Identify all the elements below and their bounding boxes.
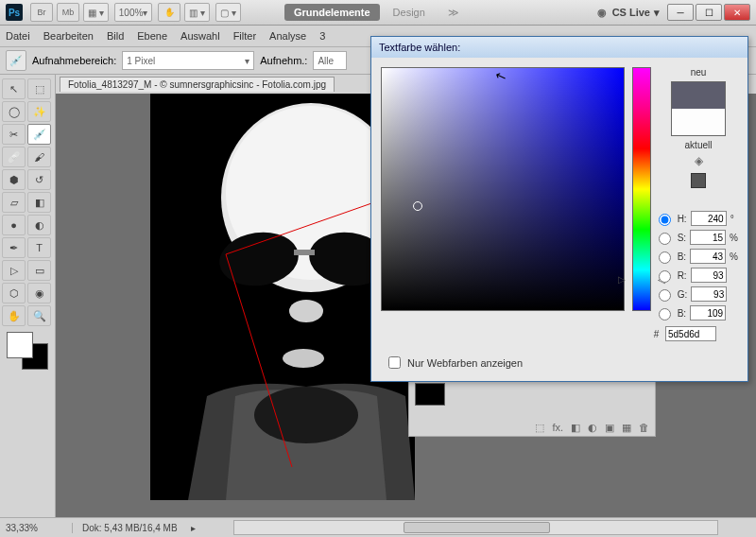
bridge-icon[interactable]: Br	[30, 3, 53, 22]
mask-icon[interactable]: ◧	[571, 422, 580, 434]
hex-input[interactable]	[665, 326, 716, 341]
workspace-design[interactable]: Design	[384, 4, 435, 21]
b2-input[interactable]	[690, 305, 726, 320]
minibridge-icon[interactable]: Mb	[57, 3, 79, 22]
status-bar: 33,33% Dok: 5,43 MB/16,4 MB ▸	[0, 517, 756, 537]
color-preview[interactable]	[671, 81, 726, 136]
eraser-tool[interactable]: ▱	[2, 192, 26, 213]
s-input[interactable]	[690, 230, 726, 245]
stamp-tool[interactable]: ⬢	[2, 169, 26, 190]
web-colors-label: Nur Webfarben anzeigen	[407, 357, 523, 369]
menu-bearbeiten[interactable]: Bearbeiten	[43, 30, 94, 42]
b-radio[interactable]	[659, 251, 671, 264]
crop-tool[interactable]: ✂	[2, 124, 26, 145]
wand-tool[interactable]: ✨	[27, 101, 51, 122]
svg-rect-5	[294, 250, 315, 255]
history-brush-tool[interactable]: ↺	[27, 169, 51, 190]
b2-radio[interactable]	[659, 308, 671, 320]
foreground-swatch[interactable]	[7, 332, 33, 358]
new-label: neu	[659, 67, 738, 78]
3d-tool[interactable]: ⬡	[2, 283, 26, 303]
h-radio[interactable]	[659, 214, 671, 226]
doc-size-status: Dok: 5,43 MB/16,4 MB	[73, 523, 187, 533]
eyedropper-tool[interactable]: 💉	[27, 124, 51, 145]
trash-icon[interactable]: 🗑	[639, 422, 649, 434]
h-input[interactable]	[691, 211, 727, 226]
zoom-status[interactable]: 33,33%	[0, 523, 73, 533]
link-icon[interactable]: ⬚	[535, 422, 544, 434]
lasso-tool[interactable]: ◯	[2, 101, 26, 122]
web-colors-checkbox[interactable]	[388, 356, 401, 369]
menu-analyse[interactable]: Analyse	[269, 30, 306, 42]
cs-live-button[interactable]: CS Live ▾	[597, 7, 660, 19]
menu-3d[interactable]: 3	[319, 30, 325, 42]
menu-filter[interactable]: Filter	[233, 30, 256, 42]
workspace-grundelemente[interactable]: Grundelemente	[284, 4, 380, 21]
g-input[interactable]	[691, 286, 727, 302]
new-layer-icon[interactable]: ▦	[622, 422, 631, 434]
adjustment-icon[interactable]: ◐	[588, 422, 597, 434]
saturation-value-box[interactable]	[381, 67, 625, 311]
b-input[interactable]	[690, 249, 726, 264]
r-input[interactable]	[691, 268, 727, 283]
sample-size-label: Aufnahmebereich:	[32, 55, 116, 66]
menu-datei[interactable]: Datei	[6, 30, 30, 42]
zoom-select[interactable]: 100% ▾	[114, 3, 153, 22]
camera-tool[interactable]: ◉	[27, 283, 51, 303]
window-minimize[interactable]: ─	[667, 4, 694, 21]
photoshop-icon: Ps	[6, 4, 23, 21]
sample-label: Aufnehm.:	[260, 55, 307, 66]
app-titlebar: Ps Br Mb ▦ ▾ 100% ▾ ✋ ▥ ▾ ▢ ▾ Grundeleme…	[0, 0, 756, 26]
move-tool[interactable]: ↖	[2, 78, 26, 99]
folder-icon[interactable]: ▣	[605, 422, 614, 434]
color-inputs: H: ° S: % B: % R: G: B: #	[654, 207, 738, 345]
current-label: aktuell	[659, 140, 738, 150]
sv-cursor[interactable]	[413, 201, 422, 211]
menu-ebene[interactable]: Ebene	[137, 30, 167, 42]
s-radio[interactable]	[659, 233, 671, 245]
view-select[interactable]: ▦ ▾	[83, 3, 109, 22]
brush-tool[interactable]: 🖌	[27, 147, 51, 167]
svg-point-6	[289, 300, 323, 322]
window-maximize[interactable]: ☐	[696, 4, 722, 21]
warning-swatch[interactable]	[691, 173, 706, 188]
sample-size-select[interactable]: 1 Pixel▾	[122, 51, 254, 70]
arrange-select[interactable]: ▥ ▾	[184, 3, 210, 22]
layers-panel: ⬚ fx. ◧ ◐ ▣ ▦ 🗑	[408, 378, 656, 437]
r-radio[interactable]	[659, 270, 671, 283]
color-picker-title[interactable]: Textfarbe wählen:	[371, 37, 747, 58]
new-color	[672, 82, 725, 109]
layer-thumb[interactable]	[415, 383, 445, 406]
path-tool[interactable]: ▷	[2, 260, 26, 281]
zoom-tool[interactable]: 🔍	[27, 305, 51, 326]
hue-slider[interactable]	[632, 67, 651, 311]
fx-icon[interactable]: fx.	[552, 422, 563, 434]
current-color	[672, 109, 725, 135]
color-picker-dialog: Textfarbe wählen: neu aktuell ◈ H: ° S: …	[370, 36, 748, 382]
hand-icon[interactable]: ✋	[158, 3, 180, 22]
pen-tool[interactable]: ✒	[2, 237, 26, 258]
blur-tool[interactable]: ●	[2, 215, 26, 235]
marquee-tool[interactable]: ⬚	[27, 78, 51, 99]
dodge-tool[interactable]: ◐	[27, 215, 51, 235]
color-swatches[interactable]	[7, 332, 48, 370]
tool-palette: ↖⬚ ◯✨ ✂💉 🩹🖌 ⬢↺ ▱◧ ●◐ ✒T ▷▭ ⬡◉ ✋🔍	[0, 75, 56, 521]
document-tab[interactable]: Fotolia_4813297_M - © sumnersgraphicsinc…	[60, 77, 335, 92]
menu-bild[interactable]: Bild	[107, 30, 124, 42]
menu-auswahl[interactable]: Auswahl	[180, 30, 220, 42]
sample-select[interactable]: Alle	[313, 51, 347, 70]
hand-tool[interactable]: ✋	[2, 305, 26, 326]
g-radio[interactable]	[659, 289, 671, 302]
type-tool[interactable]: T	[27, 237, 51, 258]
window-close[interactable]: ✕	[724, 4, 750, 21]
workspace-more[interactable]: ≫	[438, 4, 469, 22]
gradient-tool[interactable]: ◧	[27, 192, 51, 213]
heal-tool[interactable]: 🩹	[2, 147, 26, 167]
screen-select[interactable]: ▢ ▾	[215, 3, 241, 22]
shape-tool[interactable]: ▭	[27, 260, 51, 281]
h-scrollbar[interactable]	[233, 520, 718, 535]
svg-point-7	[283, 349, 324, 368]
eyedropper-icon[interactable]: 💉	[6, 50, 26, 71]
